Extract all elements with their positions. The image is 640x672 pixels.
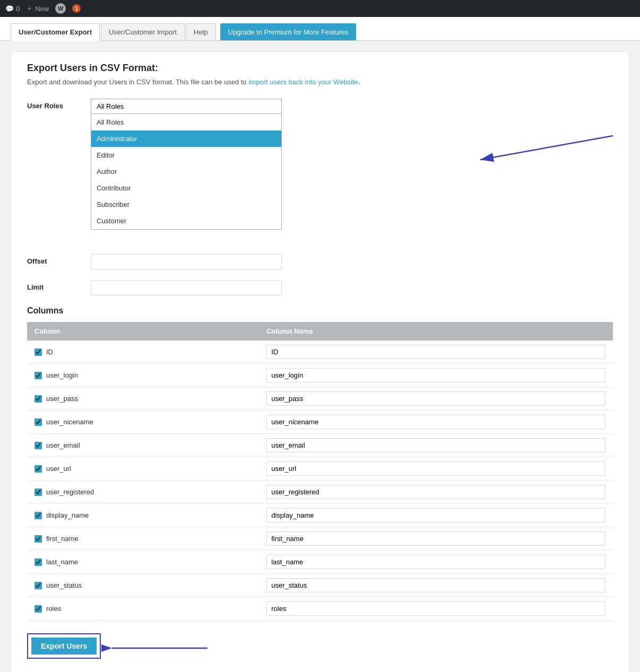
columns-section-title: Columns	[27, 306, 613, 316]
main-content: Export Users in CSV Format: Export and d…	[11, 51, 629, 672]
col-checkbox-cell: last_name	[27, 551, 259, 574]
import-link[interactable]: import users back into your Website	[248, 78, 358, 86]
limit-row: Limit	[27, 280, 613, 295]
table-row: user_status	[27, 574, 613, 597]
col-label-first_name: first_name	[46, 535, 79, 543]
col-name-input-user_email[interactable]	[266, 438, 606, 452]
col-label-user_login: user_login	[46, 371, 78, 379]
col-name-input-last_name[interactable]	[266, 555, 606, 569]
col-name-cell	[259, 387, 613, 411]
col-name-input-user_registered[interactable]	[266, 485, 606, 499]
col-checkbox-id[interactable]	[34, 348, 42, 356]
col-label-user_nicename: user_nicename	[46, 418, 93, 426]
col-checkbox-roles[interactable]	[34, 605, 42, 613]
col-name-input-id[interactable]	[266, 345, 606, 359]
tab-premium[interactable]: Upgrade to Premium for More Features	[220, 23, 357, 40]
col-checkbox-cell: user_registered	[27, 481, 259, 504]
roles-dropdown[interactable]: All Roles Administrator Editor Author Co…	[91, 99, 282, 114]
col-name-input-user_status[interactable]	[266, 578, 606, 592]
offset-label: Offset	[27, 254, 91, 265]
col-checkbox-last_name[interactable]	[34, 558, 42, 566]
col-checkbox-user_url[interactable]	[34, 465, 42, 473]
col-name-cell	[259, 574, 613, 597]
user-roles-row: User Roles All Roles Administrator Edito…	[27, 99, 613, 169]
col-name-cell	[259, 481, 613, 504]
offset-input[interactable]	[91, 254, 282, 269]
roles-option-editor[interactable]: Editor	[91, 147, 281, 163]
col-checkbox-cell: roles	[27, 597, 259, 621]
table-row: last_name	[27, 551, 613, 574]
offset-row: Offset	[27, 254, 613, 269]
tab-import[interactable]: User/Customer Import	[101, 23, 185, 40]
col-checkbox-cell: user_email	[27, 434, 259, 457]
col-checkbox-user_status[interactable]	[34, 582, 42, 589]
col-checkbox-user_login[interactable]	[34, 372, 42, 379]
offset-field	[91, 254, 613, 269]
roles-option-contributor[interactable]: Contributor	[91, 180, 281, 196]
col-label-last_name: last_name	[46, 558, 78, 566]
col-name-cell	[259, 504, 613, 527]
roles-option-customer[interactable]: Customer	[91, 213, 281, 229]
col-name-cell	[259, 411, 613, 434]
col-checkbox-cell: ID	[27, 341, 259, 364]
notification-count: 1	[72, 4, 81, 13]
col-checkbox-user_pass[interactable]	[34, 395, 42, 403]
col-label-user_url: user_url	[46, 465, 71, 473]
col-label-user_email: user_email	[46, 441, 80, 449]
export-users-button[interactable]: Export Users	[31, 638, 97, 654]
tab-help[interactable]: Help	[186, 23, 216, 40]
col-label-user_status: user_status	[46, 581, 82, 589]
notification-badge[interactable]: 1	[72, 4, 81, 13]
table-row: user_email	[27, 434, 613, 457]
col-checkbox-cell: user_nicename	[27, 411, 259, 434]
tab-export[interactable]: User/Customer Export	[11, 23, 100, 41]
comment-count[interactable]: 💬 0	[5, 5, 20, 13]
wp-logo[interactable]: W	[55, 3, 66, 14]
col-name-input-user_login[interactable]	[266, 368, 606, 382]
page-title: Export Users in CSV Format:	[27, 63, 613, 74]
arrow-annotation	[475, 130, 613, 169]
roles-option-administrator[interactable]: Administrator	[91, 130, 281, 147]
col-label-roles: roles	[46, 605, 61, 613]
col-name-input-user_url[interactable]	[266, 461, 606, 476]
table-row: roles	[27, 597, 613, 621]
user-roles-label: User Roles	[27, 99, 91, 110]
limit-field	[91, 280, 613, 295]
col-checkbox-first_name[interactable]	[34, 535, 42, 543]
col-checkbox-cell: first_name	[27, 527, 259, 551]
col-checkbox-cell: user_login	[27, 364, 259, 387]
comment-icon: 💬	[5, 5, 14, 13]
new-button[interactable]: ＋ New	[26, 4, 49, 13]
col-checkbox-display_name[interactable]	[34, 512, 42, 519]
export-area: Export Users	[27, 633, 101, 659]
table-row: user_pass	[27, 387, 613, 411]
user-roles-field: All Roles Administrator Editor Author Co…	[91, 99, 464, 114]
roles-dropdown-input[interactable]	[91, 99, 282, 114]
tab-bar: User/Customer Export User/Customer Impor…	[0, 17, 640, 41]
roles-option-author[interactable]: Author	[91, 163, 281, 180]
col-name-input-display_name[interactable]	[266, 508, 606, 522]
export-arrow-svg	[101, 638, 207, 659]
col-checkbox-user_registered[interactable]	[34, 488, 42, 496]
col-name-cell	[259, 341, 613, 364]
roles-option-all[interactable]: All Roles	[91, 114, 281, 130]
limit-input[interactable]	[91, 280, 282, 295]
svg-line-1	[480, 136, 613, 160]
col-name-input-user_pass[interactable]	[266, 391, 606, 406]
col-name-input-first_name[interactable]	[266, 531, 606, 546]
col-name-input-roles[interactable]	[266, 601, 606, 616]
roles-option-subscriber[interactable]: Subscriber	[91, 196, 281, 213]
col-name-input-user_nicename[interactable]	[266, 415, 606, 429]
table-header-row: Column Column Name	[27, 322, 613, 341]
col-name-cell	[259, 434, 613, 457]
col-checkbox-user_nicename[interactable]	[34, 418, 42, 426]
dropdown-arrow-svg	[475, 130, 613, 168]
table-row: user_login	[27, 364, 613, 387]
col-label-display_name: display_name	[46, 511, 89, 519]
plus-icon: ＋	[26, 4, 33, 13]
col-checkbox-cell: user_url	[27, 457, 259, 481]
table-row: user_url	[27, 457, 613, 481]
col-name-cell	[259, 527, 613, 551]
col-name-cell	[259, 551, 613, 574]
col-checkbox-user_email[interactable]	[34, 442, 42, 449]
